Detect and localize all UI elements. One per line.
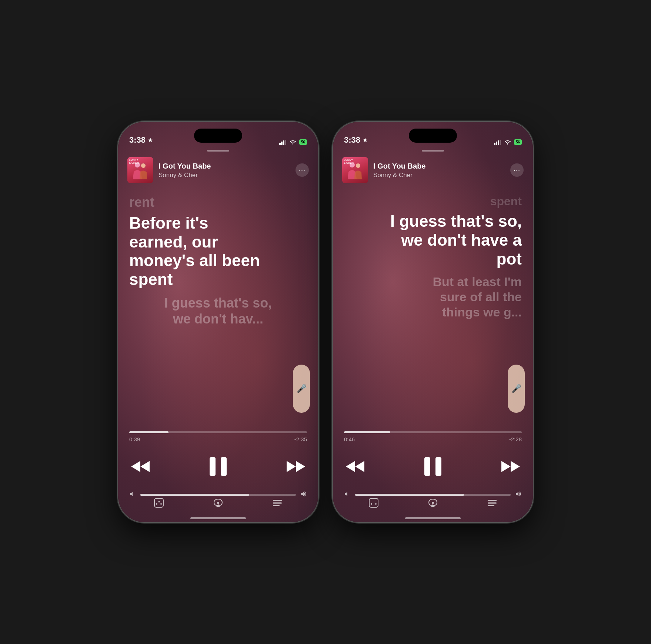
svg-rect-29 [435,457,441,476]
progress-times: 0:39 -2:35 [129,436,307,442]
status-icons-2: 56 [494,139,522,145]
svg-marker-30 [501,461,511,472]
forward-button-2[interactable] [500,455,522,478]
mic-icon-2: 🎤 [511,384,521,394]
time-elapsed: 0:39 [129,436,140,442]
queue-button-2[interactable] [484,495,500,511]
svg-point-34 [375,503,377,505]
svg-rect-3 [285,140,286,145]
svg-rect-20 [494,143,495,145]
drag-indicator [207,150,229,152]
airplay-button-2[interactable] [425,495,441,511]
more-button-2[interactable]: ··· [510,163,524,177]
playback-controls-2 [344,454,522,479]
svg-point-5 [141,163,146,168]
svg-rect-38 [488,505,494,506]
drag-indicator-2 [422,150,444,152]
pause-button-2[interactable] [420,454,446,479]
svg-marker-7 [140,461,150,472]
svg-point-35 [432,502,434,504]
lyrics-button-2[interactable] [365,495,382,511]
song-artist-2: Sonny & Cher [373,172,505,179]
progress-times-2: 0:46 -2:28 [344,436,522,442]
svg-rect-9 [221,457,227,476]
svg-rect-22 [498,140,499,145]
lyrics-faded-previous: rent [129,194,307,210]
svg-point-14 [156,503,157,505]
album-art: 🎵 SONNY& CHER [127,157,153,183]
progress-track[interactable] [129,431,307,433]
svg-rect-8 [210,457,216,476]
playback-controls [129,454,307,479]
svg-point-16 [217,502,219,504]
status-icons: 56 [279,139,307,145]
battery-badge: 56 [299,139,307,145]
battery-badge-2: 56 [514,139,522,145]
scroll-handle[interactable]: 🎤 [293,365,310,413]
lyrics-next: I guess that's so, we don't hav... [129,295,307,327]
progress-area: 0:39 -2:35 [129,431,307,442]
home-indicator [190,517,246,519]
bottom-bar-2 [344,495,522,511]
status-time: 3:38 [129,135,153,145]
more-button[interactable]: ··· [296,163,309,177]
svg-rect-18 [273,502,282,504]
queue-button[interactable] [269,495,286,511]
phone-2: 3:38 56 [333,122,533,522]
svg-marker-11 [296,461,305,472]
song-title-2: I Got You Babe [373,161,505,171]
mic-icon: 🎤 [297,384,307,394]
mini-player: 🎵 SONNY& CHER I Got You Babe [127,157,309,183]
time-remaining: -2:35 [294,436,307,442]
rewind-button[interactable] [129,455,151,478]
svg-rect-17 [273,500,282,501]
time-remaining-2: -2:28 [509,436,522,442]
svg-marker-27 [355,461,364,472]
svg-rect-19 [273,505,280,506]
album-art-2: SONNY& CHER [342,157,368,183]
song-title: I Got You Babe [158,161,290,171]
svg-rect-1 [281,142,283,145]
lyrics-button[interactable]: " [151,495,167,511]
pause-button[interactable] [205,454,231,479]
svg-point-33 [371,503,372,505]
svg-rect-23 [500,140,501,145]
phone-1: 3:38 56 [118,122,318,522]
lyrics-current: Before it's earned, our money's all been… [129,214,307,289]
svg-marker-6 [131,461,140,472]
svg-rect-36 [488,500,497,501]
mini-player-2: SONNY& CHER I Got You Babe Sonny & Cher … [342,157,524,183]
status-bar: 3:38 56 [118,122,318,148]
progress-track-2[interactable] [344,431,522,433]
lyrics-current-2: I guess that's so, we don't have a pot [344,212,522,268]
svg-rect-2 [283,140,284,145]
progress-area-2: 0:46 -2:28 [344,431,522,442]
svg-rect-28 [424,457,430,476]
lyrics-next-2: But at least I'm sure of all the things … [344,274,522,319]
lyrics-faded-previous-2: spent [344,194,522,208]
rewind-button-2[interactable] [344,455,366,478]
progress-fill [129,431,168,433]
svg-rect-21 [496,142,497,145]
svg-rect-0 [279,143,281,145]
forward-button[interactable] [285,455,307,478]
svg-point-15 [160,503,162,505]
svg-text:": " [158,500,160,507]
song-info-2: I Got You Babe Sonny & Cher [373,161,505,179]
lyrics-display: rent Before it's earned, our money's all… [118,190,318,331]
progress-fill-2 [344,431,390,433]
song-info: I Got You Babe Sonny & Cher [158,161,290,179]
lyrics-display-2: spent I guess that's so, we don't have a… [333,190,533,323]
time-elapsed-2: 0:46 [344,436,355,442]
svg-marker-26 [346,461,355,472]
scroll-handle-2[interactable]: 🎤 [508,365,525,413]
lyrics-area-2: spent I guess that's so, we don't have a… [333,190,533,441]
status-bar-2: 3:38 56 [333,122,533,148]
svg-marker-31 [511,461,520,472]
svg-point-25 [356,163,360,168]
svg-rect-32 [369,498,378,507]
lyrics-area: rent Before it's earned, our money's all… [118,190,318,441]
airplay-button[interactable] [210,495,226,511]
song-artist: Sonny & Cher [158,172,290,179]
status-time-2: 3:38 [344,135,368,145]
